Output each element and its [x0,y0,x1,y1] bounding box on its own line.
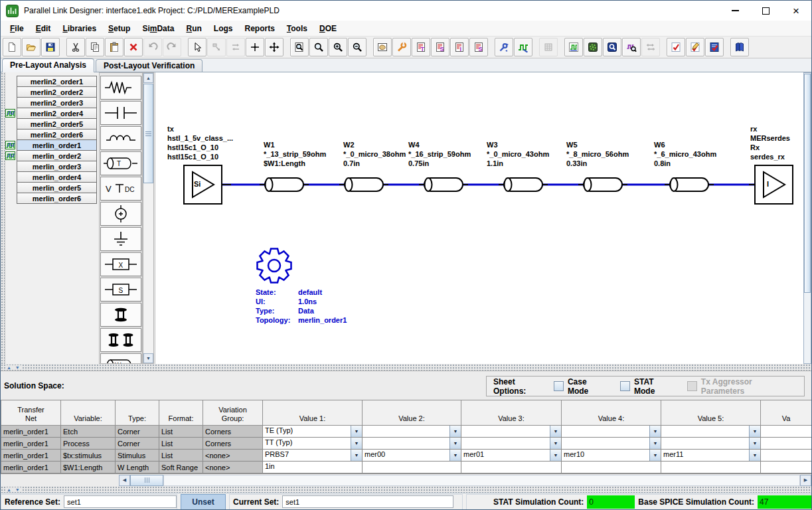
dropdown-arrow-icon[interactable]: ▼ [449,438,461,449]
dropdown-arrow-icon[interactable]: ▼ [449,450,461,461]
dropdown-arrow-icon[interactable]: ▼ [749,438,760,449]
tab-pre-layout-analysis[interactable]: Pre-Layout Analysis [2,58,94,72]
canvas-scroll-thumb[interactable] [804,74,811,293]
sheet-state-gear-icon[interactable] [258,249,291,283]
status-splitter[interactable]: ▲ ▼ [1,486,811,493]
results-inspector-button[interactable] [603,38,621,56]
dropdown-arrow-icon[interactable]: ▼ [550,450,561,461]
text-report-button[interactable]: T [412,38,430,56]
tools-wrench-button[interactable] [392,38,411,56]
select-mode-button[interactable] [188,38,206,56]
menu-run[interactable]: Run [180,22,207,35]
copy-button[interactable] [86,38,104,56]
case-mode-checkbox[interactable] [554,381,564,391]
dropdown-arrow-icon[interactable]: ▼ [351,450,362,461]
cut-button[interactable] [66,38,85,56]
menu-setup[interactable]: Setup [102,22,136,35]
palette-w-element-line[interactable]: W [100,353,141,364]
close-button[interactable]: × [781,1,811,21]
sheet-merlin-order5[interactable]: merlin_order5 [17,182,97,193]
palette-via[interactable] [100,303,141,327]
dropdown-arrow-icon[interactable]: ▼ [749,426,760,437]
run-simulation-button[interactable] [514,38,532,56]
paste-button[interactable] [105,38,123,56]
sheet-merlin2-order6[interactable]: merlin2_order6 [17,129,97,140]
board-file-button[interactable] [373,38,392,56]
sheet-merlin-order2[interactable]: merlin_order2 [17,150,97,161]
palette-current-source[interactable] [100,202,141,226]
unset-button[interactable]: Unset [181,494,226,510]
spreadsheet-button[interactable] [539,38,558,56]
sheet-merlin2-order2[interactable]: merlin2_order2 [17,86,97,98]
rx-buffer-symbol[interactable] [755,165,793,204]
palette-ground[interactable] [100,227,141,251]
validate-checks-button[interactable] [667,38,685,56]
sheet-merlin2-order5[interactable]: merlin2_order5 [17,118,97,129]
dropdown-arrow-icon[interactable]: ▼ [749,450,760,461]
sheet-merlin2-order4[interactable]: merlin2_order4 [17,108,97,119]
splitter-collapse-icon[interactable]: ▲ ▼ [5,487,23,492]
redo-button[interactable] [163,38,181,56]
tx-buffer-symbol[interactable] [184,165,222,204]
palette-scroll-thumb[interactable] [143,84,153,183]
table-horizontal-scrollbar[interactable]: ◀ ▶ [1,473,811,486]
zoom-in-button[interactable] [329,38,347,56]
dropdown-arrow-icon[interactable]: ▼ [449,426,461,437]
delete-button[interactable] [124,38,143,56]
waveform-viewer-button[interactable] [564,38,583,56]
tline-symbol-w1[interactable] [260,178,309,191]
tline-symbol-w6[interactable] [665,178,714,191]
zoom-page-button[interactable] [290,38,309,56]
dropdown-arrow-icon[interactable]: ▼ [649,450,661,461]
stat-mode-checkbox[interactable] [620,381,630,391]
menu-file[interactable]: File [4,22,30,35]
palette-transmission-line[interactable]: T [100,151,141,175]
menu-edit[interactable]: Edit [30,22,57,35]
table-scroll-left-button[interactable]: ◀ [119,475,130,486]
pan-button[interactable] [265,38,284,56]
move-wire-button[interactable] [226,38,245,56]
palette-scrollbar[interactable]: ▲ ▼ [143,72,154,364]
zoom-out-button[interactable] [348,38,366,56]
palette-differential-via[interactable] [100,328,141,352]
tline-symbol-w2[interactable] [339,178,388,191]
sheet-merlin2-order3[interactable]: merlin2_order3 [17,97,97,108]
edit-checks-button[interactable] [686,38,704,56]
help-button[interactable] [730,38,749,56]
undo-button[interactable] [143,38,162,56]
sheet-merlin-order6[interactable]: merlin_order6 [17,193,97,204]
canvas-vertical-scrollbar[interactable] [803,72,811,364]
splitter-collapse-icon[interactable]: ▲ ▼ [5,365,23,370]
palette-scroll-up-button[interactable]: ▲ [143,73,153,83]
menu-logs[interactable]: Logs [208,22,239,35]
maximize-button[interactable] [750,1,781,21]
palette-x-block[interactable]: X [100,252,141,276]
sheet-merlin-order4[interactable]: merlin_order4 [17,171,97,183]
probe-point-button[interactable] [246,38,264,56]
table-scroll-right-button[interactable]: ▶ [800,475,811,486]
tline-symbol-w3[interactable] [499,178,548,191]
save-button[interactable] [41,38,60,56]
simulation-engine-button[interactable] [584,38,602,56]
dropdown-arrow-icon[interactable]: ▼ [649,438,661,449]
menu-tools[interactable]: Tools [281,22,313,35]
menu-libraries[interactable]: Libraries [56,22,102,35]
tab-post-layout-verification[interactable]: Post-Layout Verification [96,59,203,72]
simulation-setup-button[interactable] [495,38,513,56]
dropdown-arrow-icon[interactable]: ▼ [649,426,661,437]
menu-doe[interactable]: DOE [313,22,343,35]
palette-capacitor[interactable] [100,101,141,125]
dropdown-arrow-icon[interactable]: ▼ [351,438,362,449]
new-sheet-button[interactable] [3,38,21,56]
transfer-compare-button[interactable] [641,38,660,56]
palette-resistor[interactable] [100,76,141,100]
dropdown-arrow-icon[interactable]: ▼ [550,438,561,449]
sheet-report-button[interactable]: S [469,38,488,56]
ibis-report-button[interactable]: I [450,38,469,56]
palette-scroll-down-button[interactable]: ▼ [143,353,153,363]
left-splitter-handle[interactable] [1,72,5,364]
move-component-button[interactable] [207,38,226,56]
open-project-button[interactable] [22,38,41,56]
palette-inductor[interactable] [100,126,141,150]
sheet-checks-button[interactable] [705,38,724,56]
